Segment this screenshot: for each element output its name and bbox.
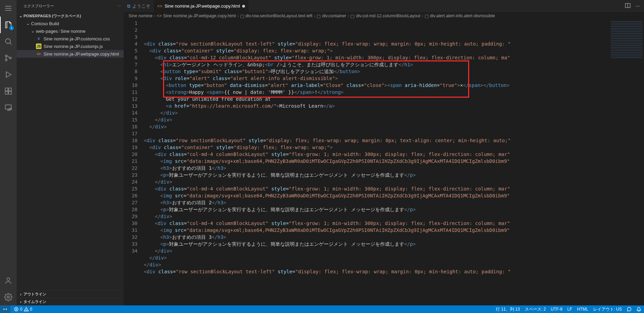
- crumb[interactable]: Sine nomine: [129, 13, 153, 18]
- file-js[interactable]: JSSine nomine.ja-JP.customjs.js: [17, 42, 124, 50]
- file-label: Sine nomine.ja-JP.customcss.css: [44, 36, 110, 41]
- sidebar-more-icon[interactable]: ⋯: [117, 4, 121, 8]
- remote-explorer-icon[interactable]: [0, 99, 17, 116]
- dirty-indicator-icon: [242, 5, 245, 8]
- activity-bar: 1: [0, 0, 17, 305]
- svg-point-6: [6, 59, 7, 61]
- folder-label: web-pages: [36, 29, 58, 34]
- svg-point-18: [7, 296, 9, 298]
- workspace-header[interactable]: ⌄POWERPAGES (ワークスペース): [17, 12, 124, 20]
- code-editor[interactable]: <div class="row sectionBlockLayout text-…: [144, 20, 609, 305]
- svg-rect-12: [9, 91, 11, 94]
- layout-status[interactable]: レイアウト: US: [593, 306, 622, 312]
- svg-rect-9: [5, 88, 8, 91]
- accounts-icon[interactable]: [0, 272, 17, 289]
- tab-label: ようこそ: [132, 3, 150, 9]
- tab-welcome[interactable]: ⧉ようこそ: [124, 0, 154, 12]
- timeline-label: タイムライン: [23, 299, 46, 304]
- outline-label: アウトライン: [23, 292, 46, 297]
- status-bar: 0 0 行 11、列 13 スペース: 2 UTF-8 LF HTML レイアウ…: [0, 305, 644, 313]
- outline-header[interactable]: ›アウトライン: [17, 290, 124, 298]
- remote-indicator[interactable]: [0, 305, 10, 313]
- svg-rect-10: [9, 88, 11, 91]
- explorer-badge: 1: [9, 26, 14, 30]
- svg-point-17: [7, 278, 10, 281]
- editor-area: ⧉ようこそ <>Sine nomine.ja-JP.webpage.copy.h…: [124, 0, 644, 305]
- warning-count: 0: [30, 307, 32, 312]
- menu-icon[interactable]: [0, 0, 17, 17]
- language-mode[interactable]: HTML: [577, 307, 588, 312]
- svg-marker-8: [6, 72, 11, 77]
- sidebar-title: エクスプローラー: [23, 3, 54, 9]
- folder-label: Sine nomine: [60, 29, 85, 34]
- settings-gear-icon[interactable]: [0, 289, 17, 305]
- crumb[interactable]: Sine nomine.ja-JP.webpage.copy.html: [163, 13, 236, 18]
- more-actions-icon[interactable]: ⋯: [635, 3, 640, 9]
- tab-bar: ⧉ようこそ <>Sine nomine.ja-JP.webpage.copy.h…: [124, 0, 644, 12]
- crumb[interactable]: div.container: [322, 13, 346, 18]
- crumb[interactable]: div.col-md-12.columnBlockLayout: [356, 13, 420, 18]
- sidebar: エクスプローラー ⋯ ⌄POWERPAGES (ワークスペース) ⌄Contos…: [17, 0, 124, 305]
- svg-point-25: [26, 310, 26, 311]
- feedback-icon[interactable]: [627, 307, 632, 312]
- folder-webpages[interactable]: ⌄web-pages/Sine nomine: [17, 27, 124, 35]
- notifications-icon[interactable]: [636, 307, 641, 312]
- indentation-status[interactable]: スペース: 2: [525, 306, 546, 312]
- crumb[interactable]: div.row.sectionBlockLayout.text-left: [246, 13, 313, 18]
- file-label: Sine nomine.ja-JP.webpage.copy.html: [44, 51, 119, 57]
- timeline-header[interactable]: ›タイムライン: [17, 298, 124, 305]
- tab-label: Sine nomine.ja-JP.webpage.copy.html: [164, 3, 240, 9]
- error-count: 0: [20, 307, 22, 312]
- crumb[interactable]: div.alert.alert-info.alert-dismissible: [430, 13, 495, 18]
- source-control-icon[interactable]: [0, 50, 17, 66]
- minimap[interactable]: [609, 20, 644, 305]
- cursor-position[interactable]: 行 11、列 13: [496, 306, 520, 312]
- file-label: Sine nomine.ja-JP.customjs.js: [44, 44, 103, 49]
- line-gutter: 1234567891011121314151617181920212223242…: [124, 20, 144, 305]
- svg-point-3: [6, 39, 10, 43]
- eol-status[interactable]: LF: [567, 307, 572, 312]
- problems-status[interactable]: 0 0: [14, 307, 32, 312]
- run-debug-icon[interactable]: [0, 66, 17, 83]
- folder-label: Contoso Build: [31, 21, 59, 26]
- svg-line-4: [10, 43, 11, 45]
- split-editor-icon[interactable]: [625, 3, 631, 9]
- search-icon[interactable]: [0, 33, 17, 50]
- file-html[interactable]: <>Sine nomine.ja-JP.webpage.copy.html: [17, 50, 124, 58]
- breadcrumbs[interactable]: Sine nomine› <>Sine nomine.ja-JP.webpage…: [124, 12, 644, 20]
- svg-rect-13: [5, 105, 11, 109]
- tab-file[interactable]: <>Sine nomine.ja-JP.webpage.copy.html: [154, 0, 248, 12]
- svg-rect-11: [5, 91, 8, 94]
- explorer-icon[interactable]: 1: [0, 17, 17, 33]
- svg-point-5: [6, 55, 7, 57]
- folder-contoso[interactable]: ⌄Contoso Build: [17, 20, 124, 27]
- workspace-label: POWERPAGES (ワークスペース): [23, 13, 81, 19]
- extensions-icon[interactable]: [0, 83, 17, 99]
- encoding-status[interactable]: UTF-8: [551, 307, 562, 312]
- file-css[interactable]: #Sine nomine.ja-JP.customcss.css: [17, 35, 124, 42]
- svg-point-7: [10, 57, 11, 59]
